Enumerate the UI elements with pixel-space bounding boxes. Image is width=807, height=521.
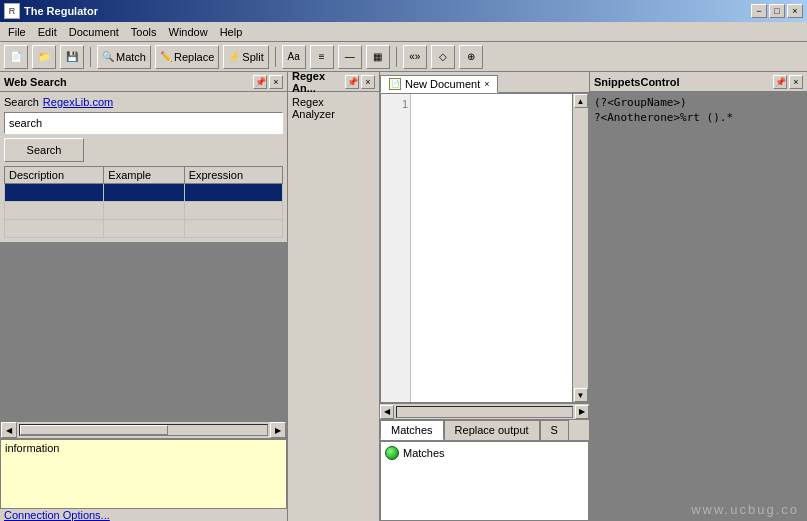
separator-1 [90,47,91,67]
search-label-row: Search RegexLib.com [4,96,283,108]
toolbar: 📄 📁 💾 🔍 Match ✏️ Replace ⚡ Split Aa ≡ — … [0,42,807,72]
web-search-pin-button[interactable]: 📌 [253,75,267,89]
connection-options-link[interactable]: Connection Options... [0,509,287,521]
app-icon: R [4,3,20,19]
snippets-close-button[interactable]: × [789,75,803,89]
title-bar: R The Regulator − □ × [0,0,807,22]
regex-panel-title: Regex An... [292,70,345,94]
split-button[interactable]: ⚡ Split [223,45,268,69]
search-button[interactable]: Search [4,138,84,162]
maximize-button[interactable]: □ [769,4,785,18]
scroll-left-editor-button[interactable]: ◀ [380,405,394,419]
doc-editor[interactable]: 1 ▲ ▼ [380,93,589,403]
regexlib-link[interactable]: RegexLib.com [43,96,113,108]
snippets-body: (?<GroupName>) ?<Anotherone>%rt ().* [590,92,807,521]
match-button[interactable]: 🔍 Match [97,45,151,69]
scroll-right-editor-button[interactable]: ▶ [575,405,589,419]
web-search-title: Web Search [4,76,67,88]
doc-tab-new-document[interactable]: 📄 New Document × [380,75,498,93]
document-icon: 📄 [389,78,401,90]
menu-edit[interactable]: Edit [32,24,63,40]
menu-bar: File Edit Document Tools Window Help [0,22,807,42]
col-description: Description [5,167,104,184]
regex-panel-pin-button[interactable]: 📌 [345,75,359,89]
search-input[interactable] [4,112,283,134]
snippets-title: SnippetsControl [594,76,680,88]
vertical-scrollbar[interactable]: ▲ ▼ [572,94,588,402]
window-title: The Regulator [24,5,98,17]
regex-panel-header: Regex An... 📌 × [288,72,379,92]
matches-item: Matches [385,446,445,460]
table-cell [104,184,184,202]
snippets-pin-button[interactable]: 📌 [773,75,787,89]
results-table: Description Example Expression [4,166,283,238]
regex-panel: Regex An... 📌 × Regex Analyzer [288,72,380,521]
snippets-header: SnippetsControl 📌 × [590,72,807,92]
gray-area [0,242,287,421]
table-row[interactable] [5,184,283,202]
new-button[interactable]: 📄 [4,45,28,69]
format-list-button[interactable]: ≡ [310,45,334,69]
matches-status-icon [385,446,399,460]
format-dash-button[interactable]: — [338,45,362,69]
scroll-down-button[interactable]: ▼ [574,388,588,402]
tab-replace-output[interactable]: Replace output [444,420,540,440]
replace-button[interactable]: ✏️ Replace [155,45,219,69]
menu-file[interactable]: File [2,24,32,40]
menu-tools[interactable]: Tools [125,24,163,40]
snippets-panel: SnippetsControl 📌 × (?<GroupName>) ?<Ano… [589,72,807,521]
doc-tab-bar: 📄 New Document × [380,72,589,93]
table-cell [184,220,282,238]
line-numbers: 1 [381,94,411,402]
bottom-tabs-bar: Matches Replace output S [380,419,589,441]
main-area: Web Search 📌 × Search RegexLib.com Searc… [0,72,807,521]
col-expression: Expression [184,167,282,184]
table-row[interactable] [5,220,283,238]
code3-button[interactable]: ⊕ [459,45,483,69]
web-search-panel: Web Search 📌 × Search RegexLib.com Searc… [0,72,288,521]
scroll-right-button[interactable]: ▶ [270,422,286,438]
table-cell [184,202,282,220]
editor-content[interactable] [411,94,572,402]
regex-content: Regex Analyzer [288,92,379,124]
line-number: 1 [383,96,408,112]
code2-button[interactable]: ◇ [431,45,455,69]
web-search-header: Web Search 📌 × [0,72,287,92]
snippet-1[interactable]: (?<GroupName>) [594,96,803,109]
search-prefix: Search [4,96,39,108]
table-cell [104,220,184,238]
scroll-up-button[interactable]: ▲ [574,94,588,108]
scroll-left-button[interactable]: ◀ [1,422,17,438]
menu-help[interactable]: Help [214,24,249,40]
code1-button[interactable]: «» [403,45,427,69]
doc-tab-close-button[interactable]: × [484,79,489,89]
window-controls: − □ × [751,4,803,18]
table-cell [184,184,282,202]
snippet-2[interactable]: ?<Anotherone>%rt ().* [594,111,803,124]
tab-matches[interactable]: Matches [380,420,444,440]
document-area: 📄 New Document × 1 ▲ ▼ ◀ ▶ Matc [380,72,589,521]
table-cell [5,220,104,238]
table-cell [104,202,184,220]
bottom-content: Matches [380,441,589,521]
web-search-close-button[interactable]: × [269,75,283,89]
col-example: Example [104,167,184,184]
editor-horizontal-scrollbar[interactable]: ◀ ▶ [380,403,589,419]
format-grid-button[interactable]: ▦ [366,45,390,69]
table-row[interactable] [5,202,283,220]
minimize-button[interactable]: − [751,4,767,18]
info-text: information [5,442,59,454]
horizontal-scrollbar[interactable]: ◀ ▶ [0,421,287,439]
regex-panel-close-button[interactable]: × [361,75,375,89]
menu-document[interactable]: Document [63,24,125,40]
separator-3 [396,47,397,67]
web-search-body: Search RegexLib.com Search Description E… [0,92,287,242]
matches-label: Matches [403,447,445,459]
close-button[interactable]: × [787,4,803,18]
tab-s[interactable]: S [540,420,569,440]
format-aa-button[interactable]: Aa [282,45,306,69]
open-button[interactable]: 📁 [32,45,56,69]
save-button[interactable]: 💾 [60,45,84,69]
menu-window[interactable]: Window [163,24,214,40]
doc-tab-label: New Document [405,78,480,90]
